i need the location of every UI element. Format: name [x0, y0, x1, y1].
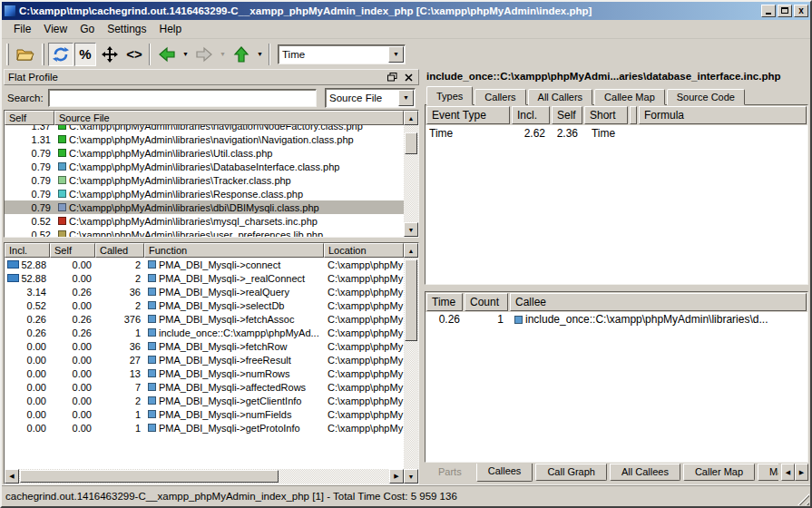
float-dock-button[interactable]	[386, 72, 398, 83]
context-tab[interactable]: Source Code	[667, 89, 745, 105]
scroll-up-icon[interactable]: ▲	[404, 243, 418, 258]
scrollbar-track[interactable]	[404, 342, 418, 469]
column-header-self[interactable]: Self	[552, 106, 582, 124]
cycle-grouping-button[interactable]	[48, 43, 73, 66]
column-header-count[interactable]: Count	[465, 293, 508, 311]
context-tab[interactable]: Call Graph	[535, 464, 607, 481]
function-row[interactable]: 0.26 0.26 376 PMA_DBI_Mysqli->fetchAssoc…	[5, 312, 404, 326]
self-cell: 0.00	[50, 300, 95, 311]
context-tab[interactable]: Parts	[426, 464, 474, 481]
scrollbar-thumb[interactable]	[405, 259, 417, 341]
function-table-vscrollbar[interactable]: ▲ ▼	[404, 243, 418, 484]
move-dock-button[interactable]	[97, 43, 122, 66]
back-button[interactable]	[154, 43, 180, 66]
function-row[interactable]: 0.52 0.00 2 PMA_DBI_Mysqli->selectDb C:\…	[5, 298, 404, 312]
minimize-button[interactable]	[761, 5, 776, 17]
source-file-row[interactable]: 1.37 C:\xampp\phpMyAdmin\libraries\navig…	[5, 125, 404, 132]
maximize-button[interactable]	[778, 5, 792, 17]
function-row[interactable]: 0.26 0.26 1 include_once::C:\xampp\phpMy…	[5, 326, 404, 339]
menu-item[interactable]: File	[7, 21, 37, 37]
tab-scroll-left-icon[interactable]: ◀	[781, 464, 795, 481]
scroll-right-icon[interactable]: ▶	[389, 469, 404, 484]
callee-row[interactable]: 0.26 1 include_once::C:\xampp\phpMyAdmin…	[426, 312, 807, 327]
scroll-down-icon[interactable]: ▼	[404, 469, 418, 484]
column-header-callee[interactable]: Callee	[510, 293, 807, 311]
column-header-location[interactable]: Location	[324, 243, 404, 258]
function-row[interactable]: 0.00 0.00 36 PMA_DBI_Mysqli->fetchRow C:…	[5, 339, 404, 353]
forward-button[interactable]	[191, 43, 217, 66]
source-file-row[interactable]: 0.79 C:\xampp\phpMyAdmin\libraries\Respo…	[5, 187, 404, 200]
source-file-row[interactable]: 0.52 C:\xampp\phpMyAdmin\libraries\mysql…	[5, 214, 404, 228]
context-tab[interactable]: Caller Map	[683, 464, 755, 481]
incl-cell: 0.00	[5, 368, 50, 379]
expand-collapse-button[interactable]: <>	[123, 43, 145, 66]
self-cell: 0.00	[50, 396, 95, 406]
scrollbar-thumb[interactable]	[20, 470, 279, 483]
context-tab[interactable]: Callee Map	[594, 89, 665, 105]
toolbar-handle[interactable]	[42, 44, 44, 65]
source-file-row[interactable]: 0.79 C:\xampp\phpMyAdmin\libraries\Track…	[5, 173, 404, 187]
source-file-row[interactable]: 0.52 C:\xampp\phpMyAdmin\libraries\user_…	[5, 228, 404, 237]
event-type-row[interactable]: Time 2.62 2.36 Time	[426, 125, 807, 141]
scrollbar-track[interactable]	[279, 469, 389, 484]
relative-percent-button[interactable]: %	[74, 43, 96, 66]
toolbar-handle[interactable]	[6, 44, 9, 65]
combobox-dropdown-button[interactable]: ▼	[388, 46, 404, 63]
scrollbar-track[interactable]	[404, 155, 418, 222]
up-button[interactable]	[229, 43, 254, 66]
column-header-incl[interactable]: Incl.	[512, 106, 550, 124]
source-file-row[interactable]: 1.31 C:\xampp\phpMyAdmin\libraries\navig…	[5, 132, 404, 146]
context-tab[interactable]: Callees	[476, 464, 533, 482]
close-button[interactable]: x	[794, 5, 808, 17]
menu-item[interactable]: Settings	[101, 21, 152, 37]
scroll-down-icon[interactable]: ▼	[404, 222, 418, 237]
context-tab[interactable]: Callers	[474, 89, 525, 105]
column-header-short[interactable]: Short	[584, 106, 628, 124]
source-file-row[interactable]: 0.79 C:\xampp\phpMyAdmin\libraries\Util.…	[5, 146, 404, 160]
back-dropdown-caret[interactable]: ▼	[181, 43, 191, 66]
column-header-event-type[interactable]: Event Type	[426, 106, 510, 124]
column-header-incl[interactable]: Incl.	[5, 243, 50, 258]
search-input[interactable]	[48, 89, 317, 107]
function-row[interactable]: 0.00 0.00 1 PMA_DBI_Mysqli->getProtoInfo…	[5, 421, 404, 435]
context-tab[interactable]: All Callers	[528, 89, 593, 105]
function-row[interactable]: 52.88 0.00 2 PMA_DBI_Mysqli->_realConnec…	[5, 271, 404, 285]
function-row[interactable]: 0.00 0.00 27 PMA_DBI_Mysqli->freeResult …	[5, 353, 404, 366]
menu-item[interactable]: Go	[73, 21, 101, 37]
context-tab[interactable]: Machine	[758, 464, 778, 481]
back-icon	[158, 45, 176, 64]
menu-item[interactable]: View	[37, 21, 73, 37]
function-row[interactable]: 0.00 0.00 1 PMA_DBI_Mysqli->numFields C:…	[5, 407, 404, 421]
source-file-row[interactable]: 0.79 C:\xampp\phpMyAdmin\libraries\dbi\D…	[5, 200, 404, 214]
function-row[interactable]: 0.00 0.00 2 PMA_DBI_Mysqli->getClientInf…	[5, 394, 404, 407]
open-file-button[interactable]	[13, 43, 38, 66]
column-header-self[interactable]: Self	[5, 111, 54, 125]
scroll-up-icon[interactable]: ▲	[404, 111, 418, 125]
tab-scroll-right-icon[interactable]: ▶	[795, 464, 808, 481]
close-dock-button[interactable]	[402, 72, 415, 83]
scroll-left-icon[interactable]: ◀	[5, 469, 19, 484]
short-cell: Time	[582, 127, 625, 140]
column-header-function[interactable]: Function	[144, 243, 324, 258]
up-dropdown-caret[interactable]: ▼	[255, 43, 265, 66]
menu-item[interactable]: Help	[153, 21, 189, 37]
function-row[interactable]: 0.00 0.00 7 PMA_DBI_Mysqli->affectedRows…	[5, 380, 404, 394]
forward-dropdown-caret[interactable]: ▼	[218, 43, 228, 66]
function-table-hscrollbar[interactable]: ◀ ▶	[5, 469, 404, 484]
scrollbar-thumb[interactable]	[405, 132, 417, 154]
column-header-self[interactable]: Self	[50, 243, 95, 258]
column-header-formula[interactable]: Formula	[639, 106, 807, 124]
function-row[interactable]: 0.00 0.00 13 PMA_DBI_Mysqli->numRows C:\…	[5, 366, 404, 380]
function-row[interactable]: 3.14 0.26 36 PMA_DBI_Mysqli->realQuery C…	[5, 285, 404, 298]
context-tab[interactable]: All Callees	[610, 464, 680, 481]
context-tab[interactable]: Types	[426, 86, 473, 105]
group-by-combobox[interactable]: Source File ▼	[325, 88, 416, 108]
column-header-source-file[interactable]: Source File	[54, 111, 404, 125]
source-list-vscrollbar[interactable]: ▲ ▼	[404, 111, 418, 237]
combobox-dropdown-button[interactable]: ▼	[398, 90, 414, 106]
function-row[interactable]: 52.88 0.00 2 PMA_DBI_Mysqli->connect C:\…	[5, 258, 404, 271]
event-type-combobox[interactable]: Time ▼	[278, 44, 406, 64]
source-file-row[interactable]: 0.79 C:\xampp\phpMyAdmin\libraries\Datab…	[5, 160, 404, 173]
column-header-called[interactable]: Called	[95, 243, 144, 258]
column-header-time[interactable]: Time	[426, 293, 463, 311]
